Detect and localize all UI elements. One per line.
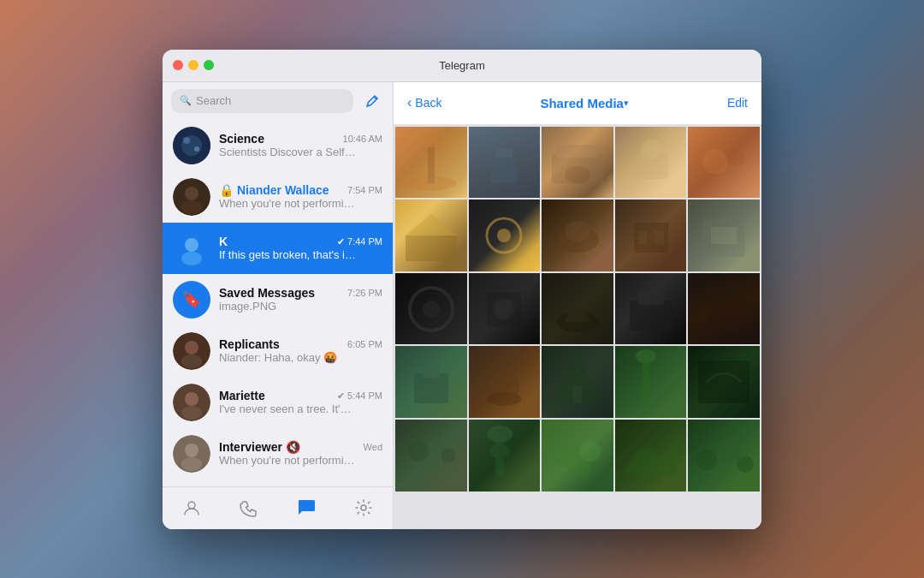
media-item-15[interactable] [688, 273, 760, 345]
chat-list[interactable]: Science 10:46 AM Scientists Discover a S… [163, 120, 393, 486]
svg-point-51 [423, 301, 440, 318]
chat-preview-mariette: I've never seen a tree. It's pretty. [219, 402, 356, 415]
chat-item-replicants[interactable]: Replicants 6:05 PM Niander: Haha, okay 🤬 [163, 325, 393, 377]
svg-rect-52 [487, 292, 521, 326]
svg-point-77 [737, 456, 754, 473]
svg-rect-32 [552, 153, 603, 183]
svg-point-26 [361, 505, 366, 510]
dropdown-arrow-icon[interactable]: ▾ [624, 98, 629, 109]
back-label: Back [415, 96, 441, 110]
sidebar-header: 🔍 Search [163, 82, 393, 120]
media-item-11[interactable] [395, 273, 467, 345]
media-item-18[interactable] [542, 346, 613, 418]
chat-item-interviewer[interactable]: Interviewer 🔇 Wed When you're not perfor… [163, 428, 393, 480]
media-grid [394, 125, 761, 529]
svg-marker-61 [552, 356, 603, 403]
chat-info-interviewer: Interviewer 🔇 Wed When you're not perfor… [219, 440, 382, 467]
media-item-4[interactable] [615, 127, 687, 199]
media-item-20[interactable] [688, 346, 760, 418]
media-item-22[interactable] [469, 420, 541, 492]
chat-info-replicants: Replicants 6:05 PM Niander: Haha, okay 🤬 [219, 337, 382, 364]
avatar-mariette [173, 384, 210, 421]
svg-point-11 [185, 341, 198, 355]
media-item-25[interactable] [688, 420, 760, 492]
media-item-24[interactable] [615, 420, 687, 492]
svg-point-54 [556, 312, 599, 332]
svg-rect-35 [634, 153, 668, 179]
svg-rect-33 [556, 145, 599, 158]
media-item-2[interactable] [469, 127, 541, 199]
media-item-6[interactable] [395, 200, 467, 271]
svg-point-34 [565, 166, 590, 183]
chat-time-replicants: 6:05 PM [347, 339, 382, 349]
media-item-17[interactable] [469, 346, 541, 418]
minimize-button[interactable] [188, 60, 198, 70]
app-window: Telegram 🔍 Search [163, 50, 761, 529]
svg-point-76 [715, 438, 741, 464]
back-button[interactable]: ‹ Back [407, 95, 441, 110]
chat-item-k[interactable]: K ✔ 7:44 PM If this gets broken, that's … [163, 223, 393, 274]
svg-point-3 [194, 146, 199, 152]
svg-rect-57 [414, 373, 448, 403]
media-item-19[interactable] [615, 346, 687, 418]
media-item-5[interactable] [688, 127, 760, 199]
close-button[interactable] [173, 60, 183, 70]
nav-chats[interactable] [289, 491, 323, 525]
edit-button[interactable]: Edit [727, 96, 748, 110]
svg-rect-28 [428, 145, 435, 183]
svg-point-14 [185, 392, 198, 406]
svg-point-29 [424, 134, 438, 147]
svg-point-71 [489, 444, 510, 458]
media-item-7[interactable] [469, 200, 541, 271]
media-item-21[interactable] [395, 420, 467, 492]
avatar-niander [173, 178, 210, 216]
media-item-14[interactable] [615, 273, 687, 345]
window-title: Telegram [439, 59, 484, 72]
back-arrow-icon: ‹ [407, 95, 412, 110]
chat-item-mariette[interactable]: Mariette ✔ 5:44 PM I've never seen a tre… [163, 377, 393, 428]
compose-button[interactable] [360, 89, 384, 113]
nav-contacts[interactable] [175, 491, 209, 525]
svg-rect-30 [495, 149, 512, 183]
svg-marker-40 [406, 214, 457, 235]
chat-info-niander: 🔒 Niander Wallace 7:54 PM When you're no… [219, 183, 382, 210]
avatar-science [173, 127, 210, 164]
media-item-10[interactable] [688, 200, 760, 271]
chat-item-niander[interactable]: 🔒 Niander Wallace 7:54 PM When you're no… [163, 171, 393, 223]
svg-point-36 [641, 139, 661, 159]
avatar-saved: 🔖 [173, 281, 210, 319]
media-item-13[interactable] [542, 273, 613, 345]
svg-point-18 [181, 457, 202, 471]
panel-header-inner: Shared Media ▾ [441, 96, 726, 110]
svg-point-68 [441, 449, 455, 462]
media-item-3[interactable] [542, 127, 613, 199]
nav-settings[interactable] [346, 491, 381, 525]
chat-item-science[interactable]: Science 10:46 AM Scientists Discover a S… [163, 120, 393, 171]
svg-rect-48 [702, 218, 745, 257]
svg-rect-47 [655, 231, 664, 244]
chat-item-saved[interactable]: 🔖 Saved Messages 7:26 PM image.PNG [163, 274, 393, 325]
main-content: 🔍 Search [163, 82, 761, 529]
media-item-23[interactable] [542, 420, 613, 492]
chat-preview-interviewer: When you're not performing your duties d… [219, 454, 356, 467]
svg-point-41 [487, 218, 521, 253]
media-item-1[interactable] [395, 127, 467, 199]
media-item-16[interactable] [395, 346, 467, 418]
avatar-interviewer [173, 435, 210, 473]
media-item-12[interactable] [469, 273, 541, 345]
svg-point-38 [728, 149, 745, 166]
chat-preview-replicants: Niander: Haha, okay 🤬 [219, 351, 337, 364]
media-item-8[interactable] [542, 200, 613, 271]
nav-calls[interactable] [232, 491, 266, 525]
maximize-button[interactable] [204, 60, 214, 70]
media-item-9[interactable] [615, 200, 687, 271]
title-bar: Telegram [163, 50, 761, 82]
svg-rect-39 [406, 235, 457, 261]
svg-point-37 [702, 149, 728, 175]
svg-point-53 [494, 299, 514, 319]
chat-item-rick[interactable]: Rick Deckard ✔ Tue Voice message [163, 480, 393, 486]
chat-info-saved: Saved Messages 7:26 PM image.PNG [219, 286, 382, 313]
search-bar[interactable]: 🔍 Search [171, 89, 353, 113]
avatar-k [173, 229, 210, 267]
svg-point-42 [497, 229, 511, 242]
